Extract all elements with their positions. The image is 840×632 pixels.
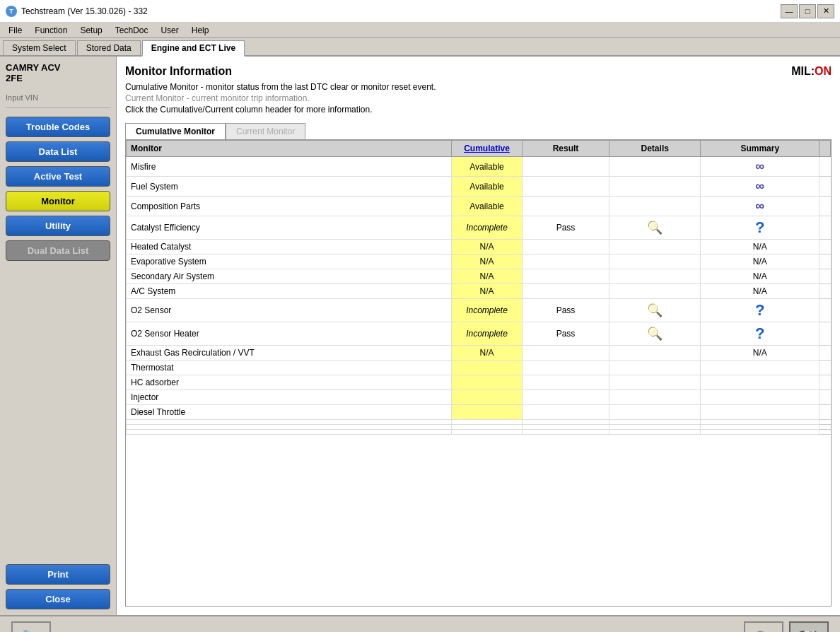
dual-data-list-button[interactable]: Dual Data List [6,240,110,261]
cumulative-cell: N/A [452,346,523,361]
search-icon: 🔍 [752,630,775,633]
result-cell [523,157,609,177]
result-cell [523,405,609,420]
col-header-result: Result [523,141,609,157]
result-cell [523,269,609,284]
result-cell [523,430,609,435]
monitor-name-cell: Fuel System [127,177,452,197]
summary-cell: ∞ [701,157,819,177]
details-cell [609,197,701,216]
tab-system-select[interactable]: System Select [3,40,76,55]
minimize-button[interactable]: — [781,4,798,18]
menu-file[interactable]: File [3,24,28,37]
summary-cell: N/A [701,284,819,299]
details-cell [609,405,701,420]
table-row: O2 Sensor HeaterIncompletePass🔍? [127,322,831,346]
monitor-name-cell: Injector [127,390,452,405]
restore-button[interactable]: □ [799,4,816,18]
vin-divider [6,107,110,108]
menu-help[interactable]: Help [186,24,215,37]
table-row: Thermostat [127,361,831,375]
col-header-details: Details [609,141,701,157]
summary-cell: ? [701,322,819,346]
details-cell [609,269,701,284]
details-cell [609,430,701,435]
data-list-button[interactable]: Data List [6,141,110,162]
menu-techdoc[interactable]: TechDoc [110,24,154,37]
mil-status: MIL:ON [791,65,832,78]
active-test-button[interactable]: Active Test [6,166,110,187]
details-cell[interactable]: 🔍 [609,299,701,322]
menu-function[interactable]: Function [29,24,73,37]
monitor-button[interactable]: Monitor [6,191,110,211]
details-cell [609,177,701,197]
monitor-name-cell: Misfire [127,157,452,177]
table-row: Composition PartsAvailable∞ [127,197,831,216]
trouble-codes-button[interactable]: Trouble Codes [6,117,110,137]
content-title: Monitor Information [125,65,232,78]
close-button[interactable]: ✕ [817,4,834,18]
summary-cell: N/A [701,269,819,284]
cumulative-cell: Available [452,157,523,177]
details-cell[interactable]: 🔍 [609,322,701,346]
cumulative-cell: Incomplete [452,216,523,240]
cumulative-cell [452,361,523,375]
title-bar: T Techstream (Ver 15.30.026) - 332 — □ ✕ [0,0,840,23]
content-header: Monitor Information MIL:ON [125,65,832,78]
result-cell [523,361,609,375]
search-tool-button[interactable]: 🔍 [744,621,783,632]
tab-engine-ect-live[interactable]: Engine and ECT Live [142,40,245,57]
vehicle-line1: CAMRY ACV [6,62,110,73]
cumulative-cell: Incomplete [452,322,523,346]
details-cell[interactable]: 🔍 [609,216,701,240]
table-row: A/C SystemN/AN/A [127,284,831,299]
table-row: Secondary Air SystemN/AN/A [127,269,831,284]
monitor-name-cell: Catalyst Efficiency [127,216,452,240]
table-row: Evaporative SystemN/AN/A [127,254,831,269]
tab-stored-data[interactable]: Stored Data [77,40,141,55]
monitor-name-cell [127,425,452,430]
cumulative-cell: Available [452,177,523,197]
mil-label: MIL: [791,65,815,77]
table-row: Injector [127,390,831,405]
info-text-1: Cumulative Monitor - monitor status from… [125,82,832,92]
result-cell [523,425,609,430]
summary-cell [701,420,819,425]
result-cell: Pass [523,216,609,240]
menu-user[interactable]: User [155,24,184,37]
result-cell [523,420,609,425]
cumulative-cell [452,390,523,405]
bottom-toolbar: 🔧 🔍 💾 [0,615,840,632]
details-cell [609,240,701,254]
monitor-name-cell [127,420,452,425]
col-header-monitor: Monitor [127,141,452,157]
window-controls: — □ ✕ [781,4,834,18]
summary-cell: N/A [701,254,819,269]
result-cell [523,197,609,216]
summary-cell: N/A [701,240,819,254]
col-header-cumulative[interactable]: Cumulative [452,141,523,157]
summary-cell: N/A [701,346,819,361]
monitor-table: Monitor Cumulative Result Details Summar… [126,140,831,435]
table-row: O2 SensorIncompletePass🔍? [127,299,831,322]
result-cell [523,254,609,269]
cumulative-monitor-tab[interactable]: Cumulative Monitor [125,123,226,139]
utility-button[interactable]: Utility [6,216,110,236]
details-cell [609,157,701,177]
table-row: Fuel SystemAvailable∞ [127,177,831,197]
engine-tool-button[interactable]: 🔧 [11,621,51,632]
save-tool-button[interactable]: 💾 [789,621,829,632]
print-button[interactable]: Print [6,564,110,585]
result-cell [523,240,609,254]
current-monitor-tab[interactable]: Current Monitor [226,123,305,139]
result-cell [523,375,609,390]
close-button[interactable]: Close [6,589,110,609]
result-cell: Pass [523,299,609,322]
monitor-name-cell: Secondary Air System [127,269,452,284]
details-cell [609,284,701,299]
info-text-3: Click the Cumulative/Current column head… [125,105,832,115]
monitor-name-cell: Evaporative System [127,254,452,269]
menu-setup[interactable]: Setup [74,24,107,37]
summary-cell [701,430,819,435]
col-header-summary: Summary [701,141,819,157]
